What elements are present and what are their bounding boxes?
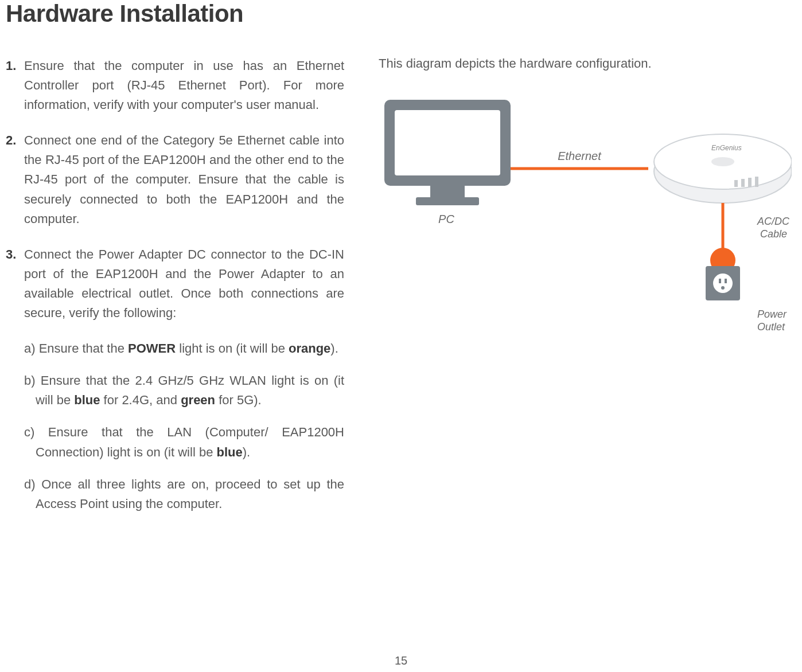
step-1: 1. Ensure that the computer in use has a… (6, 56, 344, 115)
svg-rect-8 (734, 180, 738, 187)
substep-a: a) Ensure that the POWER light is on (it… (6, 339, 344, 358)
acdc-label-line1: AC/DC (757, 216, 790, 227)
step-3: 3. Connect the Power Adapter DC connecto… (6, 245, 344, 323)
left-column: 1. Ensure that the computer in use has a… (6, 56, 344, 526)
substep-c: c) Ensure that the LAN (Computer/ EAP120… (6, 423, 344, 462)
substep-c-pre: c) Ensure that the LAN (Computer/ EAP120… (24, 425, 344, 459)
step-2-text: Connect one end of the Category 5e Ether… (24, 133, 344, 225)
svg-point-18 (721, 286, 725, 290)
substep-b-mid: for 2.4G, and (100, 393, 181, 407)
substep-a-pre: a) Ensure that the (24, 341, 128, 355)
step-3-text: Connect the Power Adapter DC connector t… (24, 247, 344, 320)
outlet-label-line1: Power (757, 308, 787, 320)
ethernet-label: Ethernet (558, 150, 602, 162)
pc-label: PC (438, 213, 454, 225)
substep-d-text: d) Once all three lights are on, proceed… (24, 477, 344, 511)
content-container: 1. Ensure that the computer in use has a… (6, 56, 796, 526)
svg-point-7 (711, 157, 734, 166)
substep-a-mid: light is on (it will be (176, 341, 289, 355)
substep-a-bold-power: POWER (128, 341, 176, 355)
step-1-number: 1. (6, 56, 16, 76)
substep-c-end: ). (243, 445, 250, 459)
step-2-number: 2. (6, 131, 16, 150)
page-title: Hardware Installation (6, 0, 796, 28)
page-number: 15 (395, 654, 407, 667)
substep-b-bold-blue: blue (74, 393, 100, 407)
substep-a-end: ). (330, 341, 338, 355)
svg-rect-3 (416, 197, 479, 205)
step-1-text: Ensure that the computer in use has an E… (24, 58, 344, 112)
svg-rect-9 (741, 179, 745, 187)
acdc-label-line2: Cable (760, 228, 787, 240)
substep-b: b) Ensure that the 2.4 GHz/5 GHz WLAN li… (6, 371, 344, 410)
svg-rect-2 (430, 186, 465, 197)
step-2: 2. Connect one end of the Category 5e Et… (6, 131, 344, 228)
svg-rect-16 (719, 279, 721, 283)
svg-rect-17 (725, 279, 727, 283)
substep-d: d) Once all three lights are on, proceed… (6, 475, 344, 514)
svg-rect-11 (755, 177, 758, 187)
svg-rect-1 (395, 110, 500, 175)
substep-a-bold-orange: orange (289, 341, 330, 355)
substep-b-end: for 5G). (215, 393, 262, 407)
svg-point-15 (713, 274, 733, 293)
hardware-diagram: PC Ethernet EnGenius AC/DC Cable (379, 94, 792, 335)
outlet-label-line2: Outlet (757, 321, 785, 333)
svg-rect-10 (748, 178, 752, 187)
substep-b-bold-green: green (181, 393, 215, 407)
substep-c-bold-blue: blue (216, 445, 242, 459)
right-column: This diagram depicts the hardware config… (379, 56, 796, 526)
brand-label: EnGenius (711, 144, 742, 152)
diagram-caption: This diagram depicts the hardware config… (379, 56, 796, 71)
step-3-number: 3. (6, 245, 16, 264)
